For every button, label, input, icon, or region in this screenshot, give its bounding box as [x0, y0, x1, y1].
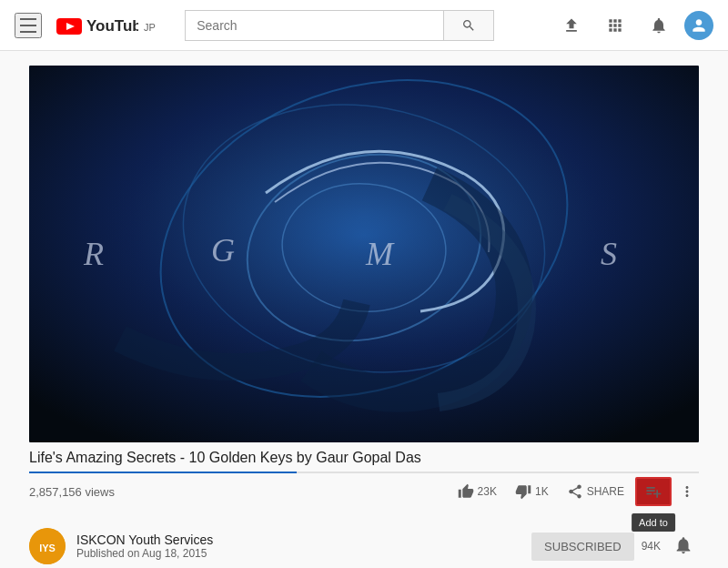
search-icon: [461, 18, 476, 33]
like-button[interactable]: 23K: [450, 478, 504, 505]
grid-icon: [606, 16, 624, 35]
user-icon: [690, 16, 708, 35]
add-to-playlist-icon: [644, 482, 662, 501]
hamburger-menu[interactable]: [15, 13, 42, 38]
video-thumbnail: R G M S: [29, 66, 699, 442]
notifications-button[interactable]: [641, 7, 677, 44]
channel-row: IYS ISKCON Youth Services Published on A…: [29, 528, 699, 568]
header-left: YouTube JP: [15, 13, 156, 38]
apps-button[interactable]: [597, 7, 633, 44]
svg-text:YouTube: YouTube: [86, 17, 138, 35]
video-meta-row: 2,857,156 views 23K 1K: [29, 477, 699, 506]
like-count: 23K: [478, 485, 497, 498]
share-icon: [567, 483, 583, 500]
channel-logo: IYS: [29, 528, 66, 564]
video-title: Life's Amazing Secrets - 10 Golden Keys …: [29, 450, 699, 466]
share-label: SHARE: [587, 485, 624, 498]
thumbs-up-icon: [458, 483, 474, 500]
youtube-icon: YouTube: [56, 16, 138, 35]
view-count: 2,857,156 views: [29, 485, 115, 499]
add-to-button[interactable]: [635, 477, 672, 506]
channel-date: Published on Aug 18, 2015: [76, 547, 213, 560]
channel-avatar[interactable]: IYS: [29, 528, 66, 564]
notification-bell-button[interactable]: [668, 530, 699, 563]
dislike-count: 1K: [535, 485, 549, 498]
channel-actions: SUBSCRIBED 94K: [531, 530, 699, 563]
video-info: Life's Amazing Secrets - 10 Golden Keys …: [29, 450, 699, 568]
main-content: R G M S Life's Amazing Secrets - 10 Gold…: [0, 51, 728, 568]
youtube-logo[interactable]: YouTube JP: [56, 16, 156, 35]
bell-icon: [650, 16, 668, 35]
yt-suffix: JP: [144, 22, 156, 33]
add-to-wrapper: Add to: [635, 477, 672, 506]
more-icon: [679, 483, 695, 500]
subscribe-button[interactable]: SUBSCRIBED: [531, 532, 634, 561]
svg-text:IYS: IYS: [39, 543, 56, 553]
search-input[interactable]: [185, 10, 443, 41]
more-options-button[interactable]: [675, 478, 699, 505]
upload-icon: [562, 16, 581, 35]
share-button[interactable]: SHARE: [560, 478, 632, 505]
channel-text: ISKCON Youth Services Published on Aug 1…: [76, 532, 213, 560]
dislike-button[interactable]: 1K: [508, 478, 556, 505]
subscriber-count: 94K: [642, 540, 661, 553]
letter-g: G: [211, 231, 235, 269]
bell-channel-icon: [673, 535, 693, 555]
letter-r: R: [84, 235, 104, 273]
progress-divider: [29, 472, 699, 473]
search-bar: [185, 10, 494, 41]
avatar[interactable]: [684, 11, 713, 40]
search-button[interactable]: [443, 10, 494, 41]
upload-button[interactable]: [553, 7, 590, 44]
channel-name[interactable]: ISKCON Youth Services: [76, 532, 213, 547]
action-buttons: 23K 1K SHARE: [450, 477, 699, 506]
swirl-graphic: [29, 66, 699, 442]
thumbs-down-icon: [515, 483, 531, 500]
header: YouTube JP: [0, 0, 728, 51]
letter-s: S: [601, 235, 617, 273]
video-player[interactable]: R G M S: [29, 66, 699, 442]
letter-m: M: [366, 235, 393, 273]
channel-info: IYS ISKCON Youth Services Published on A…: [29, 528, 213, 564]
header-right: [553, 7, 713, 44]
